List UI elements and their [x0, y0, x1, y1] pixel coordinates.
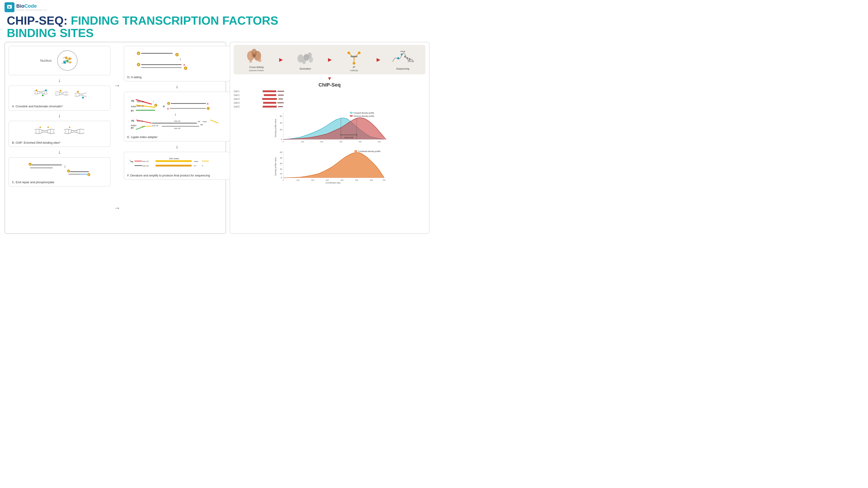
title-part1: CHIP-SEQ: [7, 14, 71, 27]
svg-rect-174 [350, 115, 352, 117]
chip-dna-2 [63, 124, 86, 138]
svg-text:50: 50 [280, 151, 282, 153]
arrow-1: ↓ [8, 78, 110, 83]
density-chart-1-svg: Density profile value 20 40 60 0 0 100 2… [234, 110, 426, 146]
cell-5-track [245, 105, 312, 108]
chip-dna-1 [33, 124, 56, 138]
svg-text:Rd2 SP': Rd2 SP' [143, 165, 149, 167]
svg-point-123 [258, 59, 261, 62]
svg-point-134 [352, 62, 355, 65]
overview-arrow-3: ▶ [377, 57, 380, 62]
svg-text:100: 100 [301, 141, 304, 143]
crosslinking-icon [246, 48, 267, 65]
svg-rect-172 [350, 112, 352, 113]
final-svg: P5 Rd1 SP DNA Insert Index 5' [129, 156, 224, 170]
svg-text:20: 20 [280, 168, 282, 170]
title-line2: BINDING SITES [7, 27, 427, 39]
svg-text:20: 20 [280, 129, 282, 131]
svg-rect-149 [263, 102, 276, 104]
svg-text:P7: P7 [131, 110, 134, 112]
atailing-svg: P P ↓ P A P [132, 51, 213, 71]
svg-text:P7: P7 [131, 127, 134, 129]
svg-point-138 [404, 56, 406, 58]
svg-rect-147 [262, 98, 277, 100]
chart-2: Density profile value 10 20 30 40 50 0 0… [234, 149, 426, 186]
svg-rect-135 [350, 56, 358, 57]
cell-row-4: Cell 4 [234, 101, 426, 104]
svg-text:P: P [138, 53, 139, 55]
cell-3-track [245, 97, 312, 101]
cell-row-5: Cell 5 [234, 105, 426, 108]
svg-point-25 [77, 91, 79, 93]
svg-text:A: A [183, 64, 185, 66]
svg-point-4 [68, 57, 71, 60]
left-panel: Nucleus ↓ [4, 42, 226, 234]
svg-text:Density profile value: Density profile value [274, 119, 277, 137]
overview-row: Cross-linking Genome Protein ▶ Sonicatio… [234, 45, 426, 74]
svg-rect-146 [278, 95, 284, 96]
svg-text:Index: Index [131, 105, 136, 108]
logo: BioCode LEARN BIOINFORMATICS [4, 2, 47, 12]
cell-5-label: Cell 5 [234, 105, 243, 108]
svg-text:100: 100 [296, 179, 300, 181]
step-d-box: P P ↓ P A P [124, 46, 230, 81]
overview-sequencing: Peak Background Sequencing [382, 50, 424, 70]
svg-rect-115 [156, 165, 192, 166]
svg-text:+: + [162, 104, 165, 109]
svg-text:500: 500 [355, 179, 358, 181]
density-chart-2-svg: Density profile value 10 20 30 40 50 0 0… [234, 149, 426, 185]
step-b-box: B. ChIP: Enriched DNA binding sites* [8, 121, 110, 147]
density-charts: Density profile value 20 40 60 0 0 100 2… [234, 110, 426, 231]
overview-crosslinking: Cross-linking Genome Protein [236, 48, 277, 72]
chart-1: Density profile value 20 40 60 0 0 100 2… [234, 110, 426, 147]
svg-text:T: T [153, 101, 154, 103]
step-a-label: A. Crosslink and fractionate chromatin* [12, 105, 107, 108]
step-d-label: D. A-tailing [127, 75, 227, 79]
svg-text:P: P [176, 54, 178, 56]
step-f-label: F. Denature and amplify to produce final… [127, 174, 227, 177]
atailing-visual: P P ↓ P A P [127, 48, 227, 74]
svg-rect-151 [263, 106, 277, 107]
svg-text:200: 200 [311, 179, 314, 181]
title-section: CHIP-SEQ: FINDING TRANSCRIPTION FACTORS … [0, 13, 434, 42]
svg-marker-35 [47, 126, 49, 128]
cell-3-label: Cell 3 [234, 98, 243, 100]
ip-label: IP [353, 66, 355, 68]
dna-fragments-visual [12, 88, 107, 103]
svg-point-140 [409, 58, 410, 60]
svg-text:Coordinates (bp): Coordinates (bp) [325, 182, 340, 184]
svg-text:↓: ↓ [64, 164, 66, 168]
end-repair-svg: P ↓ P P [26, 162, 93, 177]
svg-point-3 [65, 57, 68, 59]
svg-marker-34 [39, 126, 41, 128]
svg-rect-108 [156, 160, 192, 162]
svg-text:0: 0 [281, 177, 282, 179]
svg-text:40: 40 [280, 122, 282, 124]
svg-text:P: P [68, 170, 69, 172]
sequencing-label: Sequencing [396, 67, 409, 70]
svg-point-139 [406, 57, 408, 59]
arrow-2: ↓ [8, 113, 110, 118]
svg-text:Peak: Peak [401, 51, 405, 53]
svg-marker-42 [69, 126, 70, 128]
svg-point-26 [82, 97, 84, 98]
svg-text:500: 500 [378, 141, 381, 143]
svg-text:↓: ↓ [174, 112, 176, 116]
sonication-icon [295, 50, 315, 66]
svg-text:Rd2 SP: Rd2 SP [174, 120, 181, 122]
svg-rect-143 [263, 90, 276, 92]
svg-rect-150 [277, 102, 284, 103]
svg-point-7 [69, 61, 71, 64]
svg-rect-144 [277, 91, 284, 92]
step-b-label: B. ChIP: Enriched DNA binding sites* [12, 141, 107, 144]
cell-tracks: Cell 1 Cell 2 Cell 3 [234, 90, 426, 108]
svg-point-16 [45, 90, 47, 91]
svg-text:Rd1 SP: Rd1 SP [174, 127, 181, 129]
cell-4-label: Cell 4 [234, 102, 243, 104]
cell-row-2: Cell 2 [234, 94, 426, 97]
svg-point-136 [397, 57, 399, 59]
svg-text:Index: Index [203, 121, 207, 123]
svg-text:DNA Insert: DNA Insert [169, 158, 179, 160]
arrow-3: ↓ [8, 150, 110, 155]
overview-sonication: Sonication [284, 50, 326, 70]
